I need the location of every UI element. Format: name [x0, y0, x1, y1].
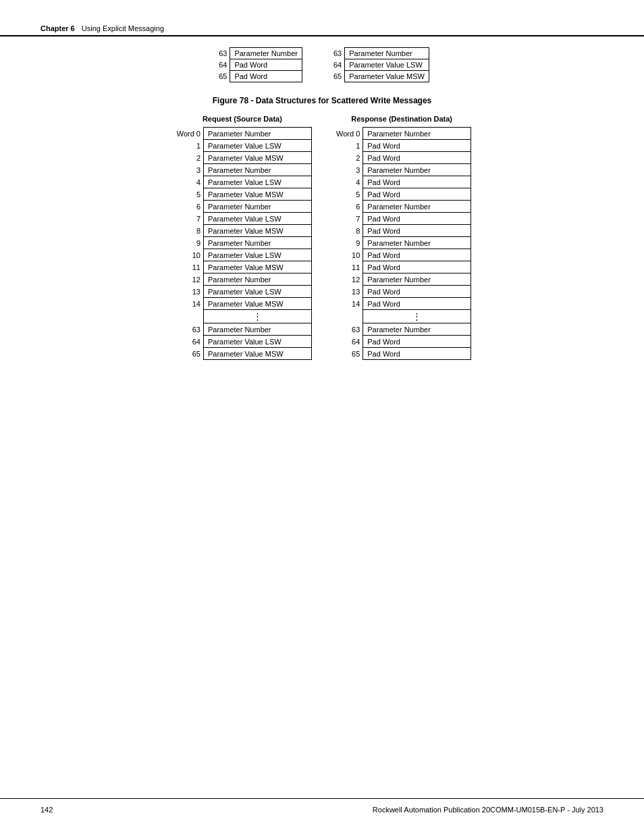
request-table: Word 0Parameter Number1Parameter Value L…	[173, 127, 312, 360]
ellipsis-cell: ⋮	[204, 310, 312, 323]
table-row: 14Parameter Value MSW	[173, 298, 312, 310]
row-number: 10	[173, 249, 204, 261]
row-label: Parameter Number	[204, 201, 312, 213]
table-row: 63Parameter Number	[173, 323, 312, 336]
row-number: 63	[329, 48, 345, 59]
row-number: 64	[215, 59, 230, 71]
row-label: Pad Word	[363, 348, 471, 360]
page-number: 142	[41, 806, 53, 814]
table-row: 12Parameter Number	[173, 273, 312, 286]
row-number: 14	[173, 298, 204, 310]
row-number: 65	[329, 71, 345, 82]
top-rule	[0, 35, 644, 36]
row-number: 11	[332, 261, 363, 273]
row-number: 9	[173, 237, 204, 249]
table-row: 12Parameter Number	[332, 273, 471, 286]
row-label: Parameter Value LSW	[204, 336, 312, 348]
table-row: 64Pad Word	[332, 336, 471, 348]
request-title: Request (Source Data)	[173, 115, 312, 123]
footer-rule	[0, 798, 644, 799]
row-number: 2	[173, 152, 204, 164]
footer: 142 Rockwell Automation Publication 20CO…	[41, 806, 603, 814]
row-number: 8	[173, 225, 204, 237]
row-number: 63	[215, 48, 230, 59]
pre-table-right: 63Parameter Number64Parameter Value LSW6…	[329, 47, 429, 82]
row-number: 65	[173, 348, 204, 360]
table-row: 10Parameter Value LSW	[173, 249, 312, 261]
row-number: 11	[173, 261, 204, 273]
list-item: 65Parameter Value MSW	[329, 71, 429, 82]
row-label: Parameter Number	[204, 237, 312, 249]
row-number: 9	[332, 237, 363, 249]
table-row: 6Parameter Number	[332, 201, 471, 213]
row-label: Parameter Value LSW	[345, 59, 429, 71]
row-label: Parameter Number	[230, 48, 302, 59]
row-label: Parameter Value MSW	[204, 225, 312, 237]
row-label: Parameter Value LSW	[204, 249, 312, 261]
row-label: Parameter Value MSW	[204, 152, 312, 164]
row-label: Pad Word	[230, 71, 302, 82]
row-number: 4	[332, 176, 363, 188]
table-row: 2Parameter Value MSW	[173, 152, 312, 164]
table-row: 4Pad Word	[332, 176, 471, 188]
row-number: 6	[332, 201, 363, 213]
page: Chapter 6 Using Explicit Messaging 63Par…	[0, 0, 644, 834]
row-number: 65	[215, 71, 230, 82]
row-label: Pad Word	[363, 336, 471, 348]
row-number: 3	[173, 164, 204, 176]
row-number: 64	[173, 336, 204, 348]
pre-figure-area: 63Parameter Number64Pad Word65Pad Word 6…	[41, 47, 603, 82]
table-row: 8Pad Word	[332, 225, 471, 237]
row-label: Pad Word	[363, 188, 471, 201]
request-section: Request (Source Data) Word 0Parameter Nu…	[173, 115, 312, 360]
row-label: Parameter Number	[363, 128, 471, 140]
row-label: Pad Word	[363, 140, 471, 152]
table-row: 13Parameter Value LSW	[173, 286, 312, 298]
row-label: Pad Word	[363, 225, 471, 237]
publication-info: Rockwell Automation Publication 20COMM-U…	[373, 806, 603, 814]
table-row: 1Parameter Value LSW	[173, 140, 312, 152]
row-number: 7	[173, 213, 204, 225]
row-label: Parameter Value LSW	[204, 140, 312, 152]
row-label: Parameter Number	[204, 323, 312, 336]
list-item: 64Pad Word	[215, 59, 302, 71]
ellipsis-cell: ⋮	[363, 310, 471, 323]
table-row: ⋮	[173, 310, 312, 323]
table-row: 11Parameter Value MSW	[173, 261, 312, 273]
table-row: 6Parameter Number	[173, 201, 312, 213]
pre-table-right-table: 63Parameter Number64Parameter Value LSW6…	[329, 47, 429, 82]
row-number: 12	[332, 273, 363, 286]
row-number: 12	[173, 273, 204, 286]
row-number: 13	[173, 286, 204, 298]
row-label: Pad Word	[363, 286, 471, 298]
pre-table-left-table: 63Parameter Number64Pad Word65Pad Word	[215, 47, 302, 82]
row-label: Parameter Number	[204, 128, 312, 140]
row-number: 5	[173, 188, 204, 201]
main-tables: Request (Source Data) Word 0Parameter Nu…	[41, 115, 603, 360]
row-label: Pad Word	[363, 213, 471, 225]
table-row: 65Parameter Value MSW	[173, 348, 312, 360]
row-label: Parameter Value MSW	[204, 261, 312, 273]
row-label: Parameter Value MSW	[204, 188, 312, 201]
row-label: Pad Word	[363, 261, 471, 273]
table-row: ⋮	[332, 310, 471, 323]
table-row: 13Pad Word	[332, 286, 471, 298]
row-number: 63	[332, 323, 363, 336]
row-number: 1	[332, 140, 363, 152]
chapter-label: Chapter 6	[41, 24, 75, 32]
row-number: 10	[332, 249, 363, 261]
row-label: Parameter Value MSW	[345, 71, 429, 82]
table-row: 3Parameter Number	[332, 164, 471, 176]
list-item: 63Parameter Number	[329, 48, 429, 59]
row-label: Parameter Value MSW	[204, 348, 312, 360]
row-label: Parameter Number	[363, 323, 471, 336]
row-number: 1	[173, 140, 204, 152]
table-row: 64Parameter Value LSW	[173, 336, 312, 348]
ellipsis-num	[332, 310, 363, 323]
row-number: Word 0	[173, 128, 204, 140]
figure-title: Figure 78 - Data Structures for Scattere…	[41, 96, 603, 105]
row-label: Parameter Number	[363, 237, 471, 249]
row-number: 4	[173, 176, 204, 188]
row-label: Parameter Number	[204, 164, 312, 176]
table-row: 5Parameter Value MSW	[173, 188, 312, 201]
